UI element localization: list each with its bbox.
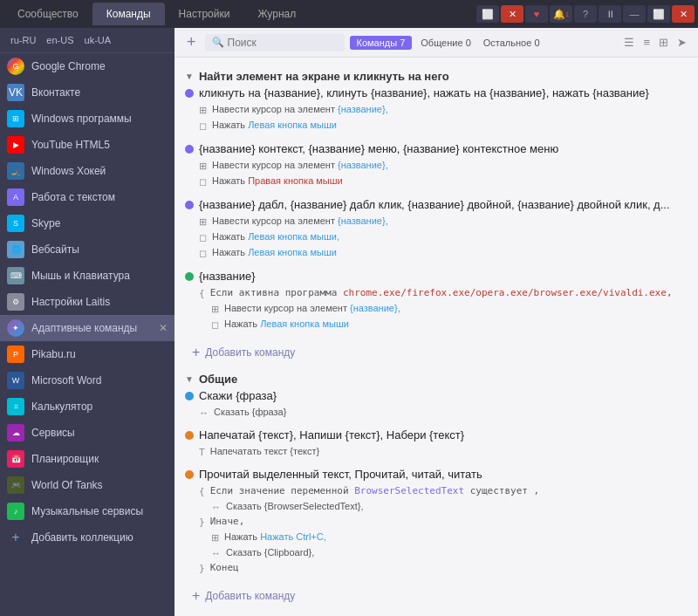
sidebar-item-word[interactable]: WMicrosoft Word	[0, 367, 174, 394]
mouse-icon: ⌨	[7, 267, 24, 284]
maximize-btn[interactable]: ⬜	[647, 5, 670, 23]
named-element-link[interactable]: {название},	[350, 303, 400, 313]
condition-icon: {	[199, 288, 205, 299]
favorite-btn[interactable]: ♥	[525, 5, 548, 23]
exe-link-chrome[interactable]: chrome.exe	[343, 287, 400, 298]
dbl-lmb-link-1[interactable]: Левая кнопка мыши,	[248, 231, 339, 242]
app-close-btn[interactable]: ✕	[672, 5, 695, 23]
search-input[interactable]	[228, 37, 338, 49]
add-command-row-1[interactable]: + Добавить команду	[185, 341, 688, 367]
lang-en[interactable]: en-US	[43, 33, 77, 47]
minimize-btn[interactable]: —	[623, 5, 646, 23]
sidebar-item-youtube[interactable]: ▶YouTube HTML5	[0, 132, 174, 158]
command-dblclick: {название} дабл, {название} дабл клик, {…	[185, 198, 688, 261]
sidebar-item-calc[interactable]: ⌗Калькулятор	[0, 394, 174, 420]
sidebar-item-music[interactable]: ♪Музыкальные сервисы	[0, 498, 174, 524]
command-click-title[interactable]: кликнуть на {название}, клинуть {названи…	[199, 86, 649, 99]
command-type-title[interactable]: Напечатай {текст}, Напиши {текст}, Набер…	[199, 428, 464, 441]
add-command-label-2: Добавить команду	[205, 590, 295, 602]
command-dblclick-detail-2: ◻ Нажать Левая кнопка мыши,	[199, 229, 670, 245]
adaptive-close-btn[interactable]: ✕	[159, 322, 168, 334]
window-layout-btn[interactable]: ⬜	[476, 5, 499, 23]
exe-link-opera[interactable]: /opera.exe	[470, 287, 528, 298]
tab-commands[interactable]: Команды	[92, 3, 165, 25]
add-command-label-1: Добавить команду	[205, 346, 295, 359]
sidebar-item-add[interactable]: +Добавить коллекцию	[0, 524, 174, 551]
command-say-detail-text: Сказать {фраза}	[214, 407, 286, 417]
sidebar-item-web[interactable]: 🌐Вебсайты	[0, 236, 174, 263]
exe-link-firefox[interactable]: /firefox.exe	[400, 287, 469, 298]
pikabu-label: Pikabu.ru	[31, 348, 168, 360]
sidebar-item-mouse[interactable]: ⌨Мышь и Клавиатура	[0, 263, 174, 289]
list-view-btn[interactable]: ☰	[621, 34, 637, 51]
context-name-link[interactable]: {название},	[338, 160, 388, 170]
command-context-detail-2-text: Нажать Правая кнопка мыши	[212, 175, 343, 186]
planner-icon: 📅	[7, 450, 24, 468]
filter-general-label[interactable]: Общение 0	[417, 36, 474, 50]
filter-other-label[interactable]: Остальное 0	[480, 36, 544, 50]
add-icon: +	[7, 529, 24, 546]
filter-commands-tag[interactable]: Команды 7	[350, 36, 413, 50]
sidebar-item-chrome[interactable]: GGoogle Chrome	[0, 53, 174, 79]
command-context-title[interactable]: {название} контекст, {название} меню, {н…	[199, 142, 558, 155]
sidebar-item-windows[interactable]: ⊞Windows программы	[0, 106, 174, 132]
dbl-lmb-link-2[interactable]: Левая кнопка мыши	[248, 247, 337, 257]
sidebar-item-text[interactable]: AРабота с текстом	[0, 184, 174, 210]
context-rmb-link[interactable]: Правая кнопка мыши	[248, 175, 343, 186]
export-btn[interactable]: ➤	[674, 34, 689, 51]
click-lmb-link[interactable]: Левая кнопка мыши	[248, 120, 337, 130]
lang-ru[interactable]: ru-RU	[7, 33, 39, 47]
command-click-detail-2-text: Нажать Левая кнопка мыши	[212, 120, 337, 130]
named-lmb-link[interactable]: Левая кнопка мыши	[260, 318, 349, 329]
section-general-chevron[interactable]: ▼	[185, 374, 194, 384]
command-context-detail-2: ◻ Нажать Правая кнопка мыши	[199, 174, 558, 189]
tab-community[interactable]: Сообщество	[3, 3, 92, 25]
grid-view-btn[interactable]: ⊞	[656, 34, 671, 51]
dbl-name-link[interactable]: {название},	[338, 216, 388, 226]
tab-journal[interactable]: Журнал	[243, 3, 310, 25]
exe-link-vivaldi[interactable]: /vivaldi.exe	[597, 287, 666, 298]
type-icon: T	[199, 447, 205, 457]
sidebar-item-hockey[interactable]: 🏒Windows Хокей	[0, 158, 174, 184]
window-close-btn[interactable]: ✕	[501, 5, 524, 23]
command-read-else-1-text: Нажать Нажать Ctrl+C,	[224, 531, 326, 542]
dot-read	[185, 470, 194, 479]
sidebar-item-services[interactable]: ☁Сервисы	[0, 420, 174, 446]
adaptive-icon: ✦	[7, 319, 24, 337]
tab-settings[interactable]: Настройки	[165, 3, 244, 25]
add-command-toolbar-btn[interactable]: +	[183, 33, 200, 51]
sidebar-item-settings[interactable]: ⚙Настройки Laitis	[0, 289, 174, 315]
sidebar-item-pikabu[interactable]: PPikabu.ru	[0, 341, 174, 367]
read-ctrl-c-link[interactable]: Нажать Ctrl+C,	[260, 531, 326, 542]
pause-btn[interactable]: ⏸	[599, 5, 621, 23]
sidebar-item-skype[interactable]: SSkype	[0, 210, 174, 236]
command-named-title[interactable]: {название}	[199, 270, 673, 283]
command-dblclick-title[interactable]: {название} дабл, {название} дабл клик, {…	[199, 198, 670, 211]
hockey-icon: 🏒	[7, 162, 24, 180]
pikabu-icon: P	[7, 346, 24, 363]
exe-link-browser[interactable]: /browser.exe	[528, 287, 597, 298]
command-read-then: ↔ Сказать {BrowserSelectedText},	[199, 499, 539, 514]
command-click-detail-1-text: Навести курсор на элемент {название},	[212, 104, 388, 114]
compact-view-btn[interactable]: ≡	[640, 34, 653, 51]
section-find-chevron[interactable]: ▼	[185, 72, 194, 81]
sidebar-item-adaptive[interactable]: ✦Адаптивные команды✕	[0, 315, 174, 341]
help-btn[interactable]: ?	[574, 5, 597, 23]
command-say-title[interactable]: Скажи {фраза}	[199, 389, 286, 402]
dot-say	[185, 392, 194, 400]
mouse-icon-3: ◻	[199, 232, 207, 243]
lang-uk[interactable]: uk-UA	[81, 33, 115, 47]
command-read-title[interactable]: Прочитай выделенный текст, Прочитай, чит…	[199, 468, 539, 481]
command-dblclick-detail-2-text: Нажать Левая кнопка мыши,	[212, 231, 339, 242]
notification-btn[interactable]: 🔔1	[550, 5, 572, 23]
add-command-row-2[interactable]: + Добавить команду	[185, 585, 688, 611]
title-bar: Сообщество Команды Настройки Журнал ⬜ ✕ …	[0, 0, 698, 28]
command-type-detail-text: Напечатать текст {текст}	[210, 446, 319, 456]
command-type-body: Напечатай {текст}, Напиши {текст}, Набер…	[199, 428, 464, 459]
click-name-link[interactable]: {название},	[338, 104, 388, 114]
sidebar-item-tanks[interactable]: 🎮World Of Tanks	[0, 472, 174, 498]
vk-icon: VK	[7, 84, 24, 101]
skype-label: Skype	[31, 217, 168, 229]
sidebar-item-planner[interactable]: 📅Планировщик	[0, 446, 174, 472]
sidebar-item-vk[interactable]: VKВконтакте	[0, 79, 174, 106]
